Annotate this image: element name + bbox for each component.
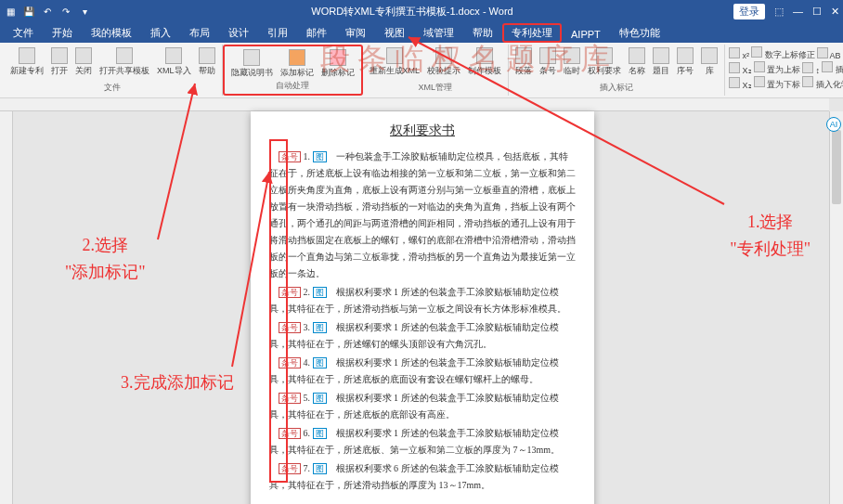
ribbon-icon	[330, 49, 346, 66]
maximize-icon[interactable]: ☐	[812, 6, 822, 18]
ribbon-group-auto-process: 隐藏说明书添加标记删除标记 自动处理	[223, 45, 363, 96]
ribbon-small-btn[interactable]: 置为上标	[754, 61, 801, 76]
ribbon-icon	[476, 47, 493, 64]
tab-2[interactable]: 我的模板	[82, 23, 141, 43]
claim-tag: 条号	[279, 357, 301, 368]
ribbon-options-icon[interactable]: ⬚	[774, 6, 784, 18]
ruler-vertical	[0, 111, 13, 504]
ribbon-icon	[243, 49, 260, 66]
document-page[interactable]: 权利要求书 条号 1. 图 一种包装盒手工涂胶贴板辅助定位模具，包括底板，其特征…	[251, 111, 594, 504]
tab-9[interactable]: 视图	[375, 23, 414, 43]
ribbon-btn-段落[interactable]: 段落	[512, 46, 535, 78]
claim-paragraph[interactable]: 条号 4. 图 根据权利要求 1 所述的包装盒手工涂胶贴板辅助定位模具，其特征在…	[269, 355, 576, 388]
ribbon-label: 新建专利	[10, 65, 44, 77]
claim-paragraph[interactable]: 条号 1. 图 一种包装盒手工涂胶贴板辅助定位模具，包括底板，其特征在于，所述底…	[269, 149, 576, 282]
ribbon-small-btn[interactable]: 插入化学式	[802, 76, 843, 91]
ribbon-btn-序号[interactable]: 序号	[674, 46, 696, 78]
ribbon-icon	[564, 47, 580, 64]
ribbon-icon	[435, 47, 452, 64]
minimize-icon[interactable]: —	[793, 6, 803, 17]
ribbon-btn-删除标记[interactable]: 删除标记	[318, 48, 357, 80]
document-title: 权利要求书	[269, 123, 576, 139]
ribbon-btn-重新生成XML[interactable]: 重新生成XML	[367, 46, 423, 78]
ribbon-label: 校验提示	[427, 65, 460, 77]
scrollbar-thumb[interactable]	[832, 130, 841, 204]
tab-10[interactable]: 域管理	[414, 23, 463, 43]
tab-13[interactable]: AIPPT	[562, 26, 610, 43]
ribbon-small-row: x² 数字上标修正 AB AB与下白标修正 插入MT公式 化学公式编辑 转为图片…	[729, 46, 843, 61]
ruler-horizontal	[0, 98, 829, 111]
login-button[interactable]: 登录	[733, 4, 765, 19]
small-icon	[729, 77, 740, 88]
window-controls: 登录 ⬚ — ☐ ✕	[733, 4, 839, 19]
claim-paragraph[interactable]: 条号 5. 图 根据权利要求 1 所述的包装盒手工涂胶贴板辅助定位模具，其特征在…	[269, 390, 576, 423]
tab-6[interactable]: 引用	[258, 23, 297, 43]
ribbon-label: 临时	[564, 65, 580, 77]
field-tag: 图	[313, 151, 327, 162]
ribbon-small-btn[interactable]: X₂	[729, 77, 752, 90]
ribbon-btn-临时[interactable]: 临时	[561, 46, 583, 78]
claim-paragraph[interactable]: 条号 3. 图 根据权利要求 1 所述的包装盒手工涂胶贴板辅助定位模具，其特征在…	[269, 319, 576, 353]
redo-icon[interactable]: ↷	[59, 5, 72, 18]
vertical-scrollbar[interactable]	[829, 111, 843, 504]
ribbon-btn-帮助[interactable]: 帮助	[196, 46, 218, 78]
ribbon-btn-题目[interactable]: 题目	[650, 46, 672, 78]
ribbon-btn-新建专利[interactable]: 新建专利	[7, 46, 46, 78]
qat-more-icon[interactable]: ▾	[78, 5, 91, 18]
field-tag: 图	[313, 463, 327, 474]
tab-0[interactable]: 文件	[4, 23, 43, 43]
claim-tag: 条号	[279, 322, 301, 333]
small-icon	[751, 46, 762, 58]
field-tag: 图	[313, 322, 327, 333]
tab-1[interactable]: 开始	[43, 23, 82, 43]
ribbon-btn-打开[interactable]: 打开	[48, 46, 71, 78]
tab-8[interactable]: 审阅	[336, 23, 375, 43]
ribbon-btn-XML导入[interactable]: XML导入	[154, 46, 194, 78]
ribbon-small-btn[interactable]: AB	[817, 47, 841, 60]
field-tag: 图	[313, 428, 327, 439]
claim-paragraph[interactable]: 条号 6. 图 根据权利要求 1 所述的包装盒手工涂胶贴板辅助定位模具，其特征在…	[269, 425, 576, 459]
close-icon[interactable]: ✕	[831, 6, 839, 18]
ribbon-btn-隐藏说明书[interactable]: 隐藏说明书	[228, 48, 276, 80]
tab-12[interactable]: 专利处理	[502, 23, 562, 43]
small-icon	[729, 47, 740, 58]
ribbon-btn-校验提示[interactable]: 校验提示	[424, 46, 463, 78]
ribbon-small-btn[interactable]: X₂	[729, 62, 752, 75]
save-icon[interactable]: 💾	[22, 5, 35, 18]
undo-icon[interactable]: ↶	[41, 5, 54, 18]
ribbon-btn-制作模板[interactable]: 制作模板	[465, 46, 504, 78]
ribbon-btn-库[interactable]: 库	[698, 46, 720, 78]
claim-paragraph[interactable]: 条号 7. 图 根据权利要求 6 所述的包装盒手工涂胶贴板辅助定位模具，其特征在…	[269, 460, 576, 494]
ribbon-small-btn[interactable]: 插入上下标	[822, 61, 843, 76]
tab-5[interactable]: 设计	[219, 23, 258, 43]
ribbon-btn-添加标记[interactable]: 添加标记	[278, 48, 317, 80]
ribbon-label: 删除标记	[321, 67, 355, 79]
ribbon: 新建专利打开关闭打开共享模板XML导入帮助 文件 隐藏说明书添加标记删除标记 自…	[0, 43, 843, 98]
ribbon-btn-条号[interactable]: 条号	[537, 46, 559, 78]
ribbon-small-btn[interactable]: 数字上标修正	[751, 46, 815, 61]
small-icon	[754, 61, 765, 72]
ai-badge[interactable]: AI	[826, 117, 841, 132]
ribbon-small-btn[interactable]: 置为下标	[754, 76, 801, 91]
ribbon-icon	[19, 47, 35, 64]
ribbon-btn-权利要求[interactable]: 权利要求	[585, 46, 624, 78]
ribbon-small-btn[interactable]: ↕	[802, 62, 820, 75]
claim-tag: 条号	[279, 463, 301, 474]
tab-4[interactable]: 布局	[180, 23, 219, 43]
group-label-xml: XML管理	[367, 82, 505, 94]
ribbon-btn-关闭[interactable]: 关闭	[72, 46, 95, 78]
ribbon-small-btn[interactable]: x²	[729, 47, 749, 60]
ribbon-group-insert: 段落条号临时权利要求名称题目序号库 插入标记	[509, 45, 725, 96]
ribbon-btn-打开共享模板[interactable]: 打开共享模板	[97, 46, 152, 78]
claim-paragraph[interactable]: 条号 2. 图 根据权利要求 1 所述的包装盒手工涂胶贴板辅助定位模具，其特征在…	[269, 284, 576, 317]
ribbon-label: 隐藏说明书	[231, 67, 273, 79]
tab-14[interactable]: 特色功能	[610, 23, 669, 43]
ribbon-label: 打开共享模板	[99, 65, 149, 77]
small-icon	[802, 76, 813, 87]
ribbon-btn-名称[interactable]: 名称	[626, 46, 648, 78]
tab-3[interactable]: 插入	[141, 23, 180, 43]
tab-11[interactable]: 帮助	[463, 23, 502, 43]
tab-7[interactable]: 邮件	[297, 23, 336, 43]
ribbon-icon	[515, 47, 532, 64]
ribbon-group-xml: 重新生成XML校验提示制作模板 XML管理	[363, 45, 510, 96]
